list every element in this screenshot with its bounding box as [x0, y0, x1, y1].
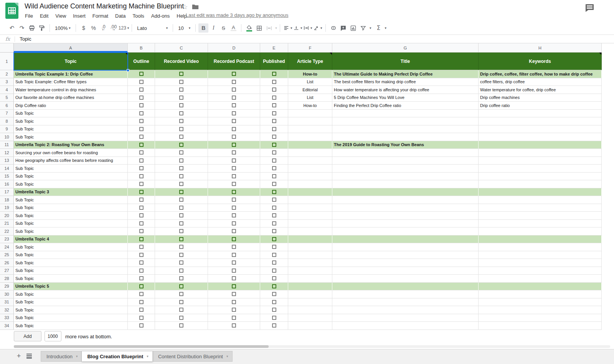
checkbox-unchecked[interactable] — [139, 213, 144, 217]
checkbox-unchecked[interactable] — [179, 260, 183, 265]
cell-G21[interactable] — [332, 220, 479, 228]
column-header-H[interactable]: H — [479, 43, 602, 53]
checkbox-unchecked[interactable] — [232, 308, 236, 312]
cell-B33[interactable] — [128, 314, 155, 322]
cell-E33[interactable] — [260, 314, 288, 322]
checkbox-unchecked[interactable] — [272, 237, 276, 241]
cell-H17[interactable] — [479, 188, 602, 196]
row-header-6[interactable]: 6 — [0, 102, 14, 110]
checkbox-unchecked[interactable] — [139, 253, 144, 257]
row-header-34[interactable]: 34 — [0, 322, 14, 330]
italic-button[interactable]: I — [208, 23, 218, 33]
cell-G22[interactable] — [332, 227, 479, 236]
checkbox-unchecked[interactable] — [232, 150, 236, 155]
cell-B11[interactable] — [128, 141, 155, 149]
cell-G6[interactable]: Finding the Perfect Drip Coffee ratio — [332, 102, 479, 110]
cell-G19[interactable] — [332, 204, 479, 212]
cell-C5[interactable] — [155, 94, 208, 102]
cell-E11[interactable] — [260, 141, 288, 149]
redo-button[interactable]: ↷ — [17, 23, 27, 33]
checkbox-unchecked[interactable] — [272, 213, 276, 217]
insert-comment-button[interactable] — [338, 23, 348, 33]
row-header-2[interactable]: 2 — [0, 70, 14, 78]
checkbox-unchecked[interactable] — [232, 284, 236, 288]
checkbox-unchecked[interactable] — [179, 182, 183, 186]
checkbox-unchecked[interactable] — [139, 221, 144, 226]
checkbox-unchecked[interactable] — [272, 229, 276, 233]
cell-H3[interactable]: coffee filters, drip coffee — [479, 78, 602, 86]
row-header-22[interactable]: 22 — [0, 227, 14, 236]
checkbox-unchecked[interactable] — [139, 72, 144, 76]
row-header-27[interactable]: 27 — [0, 267, 14, 275]
cell-H23[interactable] — [479, 236, 602, 244]
checkbox-unchecked[interactable] — [179, 245, 183, 249]
checkbox-unchecked[interactable] — [232, 276, 236, 280]
checkbox-unchecked[interactable] — [179, 284, 183, 288]
cell-H1[interactable]: Keywords — [479, 53, 602, 70]
show-all-comments-icon[interactable] — [585, 4, 594, 14]
row-header-14[interactable]: 14 — [0, 165, 14, 173]
cell-A29[interactable]: Umbrella Topic 5 — [14, 283, 128, 291]
checkbox-unchecked[interactable] — [179, 198, 183, 202]
checkbox-unchecked[interactable] — [272, 284, 276, 288]
checkbox-unchecked[interactable] — [179, 174, 183, 178]
cell-F2[interactable]: How-to — [288, 70, 332, 78]
checkbox-unchecked[interactable] — [272, 150, 276, 155]
checkbox-unchecked[interactable] — [272, 276, 276, 280]
checkbox-unchecked[interactable] — [179, 323, 183, 328]
cell-F31[interactable] — [288, 298, 332, 306]
cell-H10[interactable] — [479, 133, 602, 141]
cell-F5[interactable]: List — [288, 94, 332, 102]
row-header-31[interactable]: 31 — [0, 298, 14, 306]
font-select[interactable]: Lato▾ — [135, 23, 170, 33]
checkbox-unchecked[interactable] — [272, 198, 276, 202]
cell-B1[interactable]: Outline — [128, 53, 155, 70]
cell-D12[interactable] — [208, 149, 260, 157]
checkbox-unchecked[interactable] — [272, 96, 276, 100]
cell-H20[interactable] — [479, 212, 602, 220]
cell-F10[interactable] — [288, 133, 332, 141]
horizontal-scrollbar-thumb[interactable] — [14, 345, 269, 348]
cell-D21[interactable] — [208, 220, 260, 228]
cell-D3[interactable] — [208, 78, 260, 86]
checkbox-unchecked[interactable] — [232, 80, 236, 84]
paint-format-button[interactable] — [37, 23, 47, 33]
checkbox-unchecked[interactable] — [232, 229, 236, 233]
checkbox-unchecked[interactable] — [272, 80, 276, 84]
checkbox-unchecked[interactable] — [272, 206, 276, 210]
row-header-5[interactable]: 5 — [0, 94, 14, 102]
cell-G27[interactable] — [332, 267, 479, 275]
cell-A12[interactable]: Sourcing your own coffee beans for roast… — [14, 149, 128, 157]
checkbox-unchecked[interactable] — [272, 87, 276, 92]
cell-F13[interactable] — [288, 157, 332, 165]
checkbox-unchecked[interactable] — [232, 206, 236, 210]
menu-file[interactable]: File — [21, 12, 36, 20]
checkbox-unchecked[interactable] — [232, 119, 236, 123]
cell-G31[interactable] — [332, 298, 479, 306]
checkbox-unchecked[interactable] — [272, 323, 276, 328]
cell-C25[interactable] — [155, 251, 208, 259]
cell-B6[interactable] — [128, 102, 155, 110]
cell-A3[interactable]: Sub Topic Example: Coffee filter types — [14, 78, 128, 86]
cell-E2[interactable] — [260, 70, 288, 78]
cell-E12[interactable] — [260, 149, 288, 157]
cell-E3[interactable] — [260, 78, 288, 86]
cell-B31[interactable] — [128, 298, 155, 306]
cell-H12[interactable] — [479, 149, 602, 157]
cell-D24[interactable] — [208, 243, 260, 251]
cell-G7[interactable] — [332, 110, 479, 118]
row-header-20[interactable]: 20 — [0, 212, 14, 220]
cell-B29[interactable] — [128, 283, 155, 291]
checkbox-unchecked[interactable] — [139, 87, 144, 92]
cell-B21[interactable] — [128, 220, 155, 228]
cell-G16[interactable] — [332, 180, 479, 188]
cell-B27[interactable] — [128, 267, 155, 275]
cell-C10[interactable] — [155, 133, 208, 141]
cell-H21[interactable] — [479, 220, 602, 228]
cell-B4[interactable] — [128, 86, 155, 94]
row-header-17[interactable]: 17 — [0, 188, 14, 196]
cell-D34[interactable] — [208, 322, 260, 330]
cell-A4[interactable]: Water temperature control in drip machin… — [14, 86, 128, 94]
sheet-tab-blog-creation-blueprint[interactable]: Blog Creation Blueprint▾ — [82, 351, 152, 362]
checkbox-unchecked[interactable] — [179, 308, 183, 312]
